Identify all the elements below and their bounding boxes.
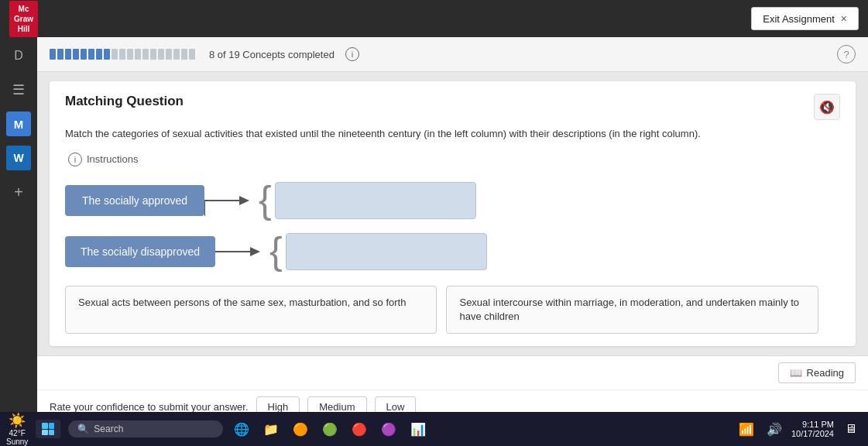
arrow-svg-2 xyxy=(215,236,269,267)
taskbar: ☀️ 42°F Sunny 🔍 Search 🌐 📁 🟠 🟢 🔴 🟣 📊 📶 🔊 xyxy=(0,412,868,446)
audio-button[interactable]: 🔇 xyxy=(814,94,840,120)
info-icon[interactable]: i xyxy=(345,47,359,61)
reading-label: Reading xyxy=(807,367,844,379)
match-left-disapproved[interactable]: The socially disapproved xyxy=(65,236,215,267)
windows-logo-icon xyxy=(42,423,54,435)
audio-icon: 🔇 xyxy=(819,100,835,115)
progress-seg-10 xyxy=(119,49,125,60)
confidence-low-button[interactable]: Low xyxy=(375,396,417,412)
exit-assignment-button[interactable]: Exit Assignment × xyxy=(751,7,859,30)
instructions-info-icon: i xyxy=(68,153,82,166)
arrow-svg-1 xyxy=(204,185,259,216)
svg-marker-1 xyxy=(239,196,249,205)
taskbar-wifi-icon[interactable]: 📶 xyxy=(736,418,757,440)
taskbar-notification-icon[interactable]: 🖥 xyxy=(840,418,862,440)
search-placeholder: Search xyxy=(94,424,123,434)
progress-seg-5 xyxy=(81,49,87,60)
top-bar: Mc Graw Hill Exit Assignment × xyxy=(0,0,868,37)
progress-seg-11 xyxy=(127,49,133,60)
weather-condition: Sunny xyxy=(6,437,28,446)
weather-temp: 42°F xyxy=(9,429,26,437)
instructions-toggle[interactable]: i Instructions xyxy=(65,153,840,166)
taskbar-app5-icon[interactable]: 📊 xyxy=(407,418,429,440)
progress-seg-6 xyxy=(88,49,94,60)
sidebar-icon-menu[interactable]: ☰ xyxy=(6,77,31,102)
progress-seg-3 xyxy=(65,49,71,60)
confidence-medium-button[interactable]: Medium xyxy=(307,396,366,412)
sidebar-icon-m[interactable]: M xyxy=(6,112,31,136)
weather-info: ☀️ 42°F Sunny xyxy=(6,412,28,446)
taskbar-search[interactable]: 🔍 Search xyxy=(68,420,223,437)
progress-seg-14 xyxy=(150,49,156,60)
start-button[interactable] xyxy=(36,420,60,438)
match-row-1: The socially approved { xyxy=(65,182,840,219)
match-row-2: The socially disapproved { xyxy=(65,233,840,270)
taskbar-volume-icon[interactable]: 🔊 xyxy=(763,418,785,440)
progress-bar-area: 8 of 19 Concepts completed i ? xyxy=(37,37,868,72)
answer-card-2[interactable]: Sexual intercourse within marriage, in m… xyxy=(446,286,818,334)
brace-1: { xyxy=(259,187,272,214)
match-right-box-1[interactable] xyxy=(275,182,476,219)
progress-seg-18 xyxy=(181,49,187,60)
confidence-high-button[interactable]: High xyxy=(256,396,300,412)
reading-icon: 📖 xyxy=(790,367,802,379)
brace-2: { xyxy=(269,238,283,265)
progress-seg-16 xyxy=(166,49,172,60)
left-sidebar: D ☰ M W + xyxy=(0,37,37,412)
answer-options: Sexual acts between persons of the same … xyxy=(65,286,840,334)
progress-seg-19 xyxy=(189,49,195,60)
matching-container: The socially approved { The socially dis… xyxy=(65,182,840,270)
close-icon: × xyxy=(841,12,847,25)
progress-seg-17 xyxy=(173,49,180,60)
progress-seg-9 xyxy=(112,49,118,60)
progress-seg-13 xyxy=(142,49,149,60)
content-area: 8 of 19 Concepts completed i ? Matching … xyxy=(37,37,868,412)
sidebar-icon-w[interactable]: W xyxy=(6,146,31,170)
question-panel: Matching Question 🔇 Match the categories… xyxy=(50,81,856,346)
progress-seg-7 xyxy=(96,49,102,60)
taskbar-app4-icon[interactable]: 🟣 xyxy=(378,418,400,440)
question-title: Matching Question xyxy=(65,94,184,109)
question-header: Matching Question 🔇 xyxy=(65,94,840,120)
weather-icon: ☀️ xyxy=(9,412,26,429)
reading-button[interactable]: 📖 Reading xyxy=(778,362,856,383)
progress-seg-8 xyxy=(104,49,110,60)
progress-text: 8 of 19 Concepts completed xyxy=(209,49,335,60)
taskbar-app3-icon[interactable]: 🔴 xyxy=(348,418,370,440)
current-date: 10/17/2024 xyxy=(791,429,834,438)
answer-card-1[interactable]: Sexual acts between persons of the same … xyxy=(65,286,437,334)
time-display: 9:11 PM 10/17/2024 xyxy=(791,420,834,438)
taskbar-app1-icon[interactable]: 🟠 xyxy=(290,418,311,440)
instructions-label: Instructions xyxy=(87,153,138,165)
connector-2: { xyxy=(215,236,286,267)
progress-seg-1 xyxy=(50,49,56,60)
match-left-approved[interactable]: The socially approved xyxy=(65,185,204,216)
question-instruction: Match the categories of sexual activitie… xyxy=(65,126,840,142)
bottom-bar: 📖 Reading xyxy=(37,355,868,389)
progress-seg-12 xyxy=(135,49,141,60)
progress-left: 8 of 19 Concepts completed i xyxy=(50,47,359,61)
rate-confidence-text: Rate your confidence to submit your answ… xyxy=(50,401,249,412)
progress-seg-15 xyxy=(158,49,164,60)
svg-marker-4 xyxy=(250,247,260,256)
progress-seg-2 xyxy=(57,49,63,60)
taskbar-folder-icon[interactable]: 📁 xyxy=(260,418,282,440)
progress-track xyxy=(50,49,195,60)
taskbar-left: ☀️ 42°F Sunny 🔍 Search 🌐 📁 🟠 🟢 🔴 🟣 📊 xyxy=(6,412,429,446)
connector-1: { xyxy=(204,185,275,216)
sidebar-icon-d[interactable]: D xyxy=(6,43,31,68)
mcgraw-hill-logo: Mc Graw Hill xyxy=(9,1,38,37)
taskbar-app2-icon[interactable]: 🟢 xyxy=(319,418,341,440)
taskbar-globe-icon[interactable]: 🌐 xyxy=(231,418,252,440)
progress-seg-4 xyxy=(73,49,79,60)
taskbar-right: 📶 🔊 9:11 PM 10/17/2024 🖥 xyxy=(736,418,862,440)
search-icon: 🔍 xyxy=(77,424,89,434)
match-right-box-2[interactable] xyxy=(286,233,487,270)
sidebar-icon-plus[interactable]: + xyxy=(6,180,31,204)
current-time: 9:11 PM xyxy=(791,420,834,429)
help-icon[interactable]: ? xyxy=(837,45,856,63)
main-wrapper: D ☰ M W + xyxy=(0,37,868,412)
